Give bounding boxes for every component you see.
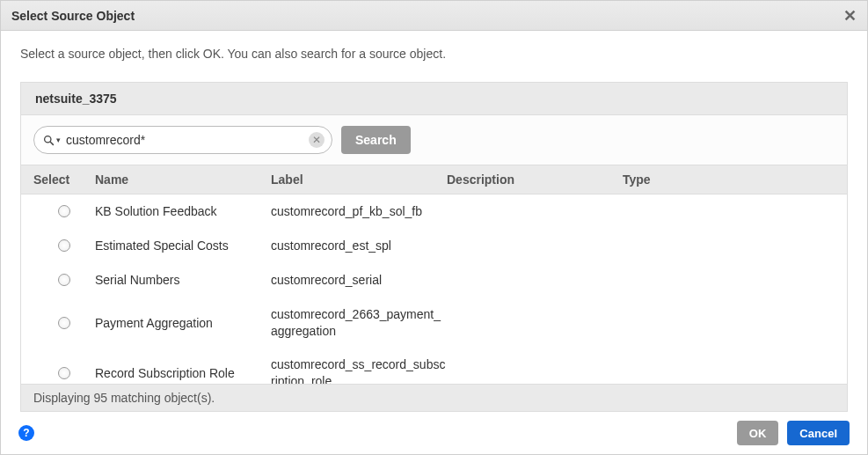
source-panel: netsuite_3375 ▾ ✕ Search Select Name Lab… xyxy=(20,82,848,412)
col-header-description: Description xyxy=(447,172,623,187)
help-icon[interactable]: ? xyxy=(18,425,34,441)
clear-search-icon[interactable]: ✕ xyxy=(309,132,325,148)
search-icon[interactable]: ▾ xyxy=(43,135,61,146)
table-body[interactable]: KB Solution Feedback customrecord_pf_kb_… xyxy=(21,194,847,384)
cell-name: Payment Aggregation xyxy=(95,316,271,330)
search-input-wrap: ▾ ✕ xyxy=(33,126,332,154)
cell-name: Estimated Special Costs xyxy=(95,239,271,253)
dialog-titlebar: Select Source Object ✕ xyxy=(1,1,867,31)
col-header-type: Type xyxy=(623,172,835,187)
cancel-button[interactable]: Cancel xyxy=(787,421,850,445)
cell-name: Serial Numbers xyxy=(95,273,271,287)
dialog-instructions: Select a source object, then click OK. Y… xyxy=(20,47,848,61)
cell-label: customrecord_ss_record_subscription_role xyxy=(271,356,447,384)
select-radio[interactable] xyxy=(58,367,70,379)
table-row[interactable]: Estimated Special Costs customrecord_est… xyxy=(21,229,847,263)
select-radio[interactable] xyxy=(58,317,70,329)
search-row: ▾ ✕ Search xyxy=(21,115,847,165)
col-header-name: Name xyxy=(95,172,271,187)
cell-name: KB Solution Feedback xyxy=(95,204,271,218)
dialog-body: Select a source object, then click OK. Y… xyxy=(1,31,867,412)
cell-label: customrecord_est_spl xyxy=(271,238,447,254)
dialog-footer: ? OK Cancel xyxy=(1,412,867,454)
select-radio[interactable] xyxy=(58,274,70,286)
col-header-label: Label xyxy=(271,172,447,187)
dialog-title: Select Source Object xyxy=(11,9,843,23)
cell-label: customrecord_2663_payment_aggregation xyxy=(271,306,447,340)
search-input[interactable] xyxy=(61,133,309,147)
cell-label: customrecord_serial xyxy=(271,272,447,289)
table-row[interactable]: Record Subscription Role customrecord_ss… xyxy=(21,348,847,384)
col-header-select: Select xyxy=(33,172,95,187)
status-bar: Displaying 95 matching object(s). xyxy=(21,384,847,411)
select-radio[interactable] xyxy=(58,239,70,252)
table-row[interactable]: Payment Aggregation customrecord_2663_pa… xyxy=(21,297,847,349)
table-row[interactable]: KB Solution Feedback customrecord_pf_kb_… xyxy=(21,194,847,229)
ok-button[interactable]: OK xyxy=(737,421,779,445)
close-icon[interactable]: ✕ xyxy=(843,8,857,24)
panel-header: netsuite_3375 xyxy=(21,83,847,115)
svg-line-1 xyxy=(50,142,53,144)
select-source-object-dialog: Select Source Object ✕ Select a source o… xyxy=(0,0,868,455)
search-button[interactable]: Search xyxy=(341,126,411,154)
table-row[interactable]: Serial Numbers customrecord_serial xyxy=(21,263,847,297)
table-header: Select Name Label Description Type xyxy=(21,165,847,194)
cell-label: customrecord_pf_kb_sol_fb xyxy=(271,203,447,220)
select-radio[interactable] xyxy=(58,205,70,217)
cell-name: Record Subscription Role xyxy=(95,366,271,380)
